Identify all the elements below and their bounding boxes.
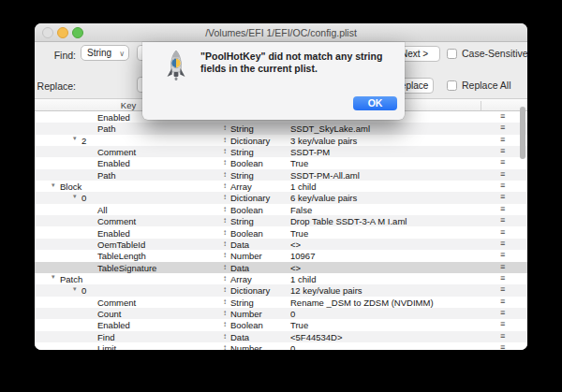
row-key[interactable]: Path (97, 170, 116, 181)
row-drag-handle-icon[interactable]: ≡ (500, 284, 505, 294)
row-drag-handle-icon[interactable]: ≡ (500, 227, 505, 237)
row-value[interactable]: <> (290, 263, 301, 273)
replace-all-checkbox[interactable] (447, 80, 457, 91)
row-drag-handle-icon[interactable]: ≡ (500, 111, 505, 121)
table-row[interactable]: ▾2↕Dictionary3 key/value pairs≡ (35, 135, 527, 146)
table-row[interactable]: Enabled↕BooleanTrue≡ (35, 157, 527, 168)
type-menu-arrows-icon[interactable]: ↕ (223, 216, 227, 225)
row-type[interactable]: Boolean (230, 158, 263, 168)
row-key[interactable]: Comment (97, 147, 136, 157)
row-key[interactable]: 2 (81, 136, 86, 146)
row-type[interactable]: Data (230, 263, 249, 273)
ok-button[interactable]: OK (353, 96, 397, 110)
row-drag-handle-icon[interactable]: ≡ (500, 250, 505, 259)
table-row[interactable]: Limit↕Number0≡ (35, 342, 527, 350)
row-key[interactable]: Path (97, 123, 116, 134)
row-type[interactable]: Boolean (230, 205, 263, 215)
table-row[interactable]: Find↕Data<5F44534D>≡ (35, 331, 527, 342)
type-menu-arrows-icon[interactable]: ↕ (223, 263, 227, 271)
row-key[interactable]: Enabled (97, 158, 130, 168)
row-type[interactable]: Dictionary (230, 193, 270, 203)
row-value[interactable]: True (290, 158, 308, 168)
row-value[interactable]: SSDT-PM (290, 147, 330, 157)
table-row[interactable]: Comment↕StringDrop Table SSDT-3-A M I.am… (35, 215, 527, 226)
table-row[interactable]: OemTableId↕Data<>≡ (35, 239, 527, 250)
table-row[interactable]: Enabled↕BooleanTrue≡ (35, 319, 527, 330)
row-drag-handle-icon[interactable]: ≡ (500, 204, 505, 213)
table-row[interactable]: Comment↕StringSSDT-PM≡ (35, 146, 527, 157)
row-value[interactable]: 3 key/value pairs (290, 136, 357, 146)
table-row[interactable]: Path↕StringSSDT-PM-All.aml≡ (35, 169, 527, 181)
row-drag-handle-icon[interactable]: ≡ (500, 319, 505, 328)
type-menu-arrows-icon[interactable]: ↕ (223, 205, 227, 213)
row-key[interactable]: OemTableId (97, 240, 145, 250)
row-type[interactable]: String (230, 170, 254, 181)
disclosure-triangle-icon[interactable]: ▾ (52, 181, 55, 189)
row-key[interactable]: TableSignature (97, 263, 156, 273)
row-drag-handle-icon[interactable]: ≡ (500, 181, 505, 190)
row-value[interactable]: 0 (290, 309, 295, 319)
find-type-dropdown[interactable]: String ∨ (81, 45, 129, 61)
row-drag-handle-icon[interactable]: ≡ (500, 308, 505, 317)
table-row[interactable]: Enabled↕BooleanTrue≡ (35, 227, 527, 239)
row-key[interactable]: Patch (60, 274, 82, 284)
row-type[interactable]: Boolean (230, 228, 263, 239)
row-value[interactable]: 0 (290, 343, 295, 350)
row-value[interactable]: <> (290, 240, 301, 250)
row-drag-handle-icon[interactable]: ≡ (500, 297, 505, 306)
table-row[interactable]: ▾Patch↕Array1 child≡ (35, 273, 527, 284)
row-value[interactable]: 12 key/value pairs (290, 285, 362, 296)
row-value[interactable]: 10967 (290, 251, 315, 261)
vertical-scrollbar[interactable] (519, 103, 526, 350)
title-bar[interactable]: /Volumes/EFI 1/EFI/OC/config.plist (35, 23, 527, 42)
row-drag-handle-icon[interactable]: ≡ (500, 192, 505, 201)
row-type[interactable]: Data (230, 240, 249, 250)
row-key[interactable]: Comment (97, 216, 136, 226)
row-drag-handle-icon[interactable]: ≡ (500, 146, 505, 155)
row-drag-handle-icon[interactable]: ≡ (500, 331, 505, 341)
type-menu-arrows-icon[interactable]: ↕ (223, 123, 227, 132)
row-value[interactable]: SSDT-PM-All.aml (290, 170, 360, 181)
row-type[interactable]: String (230, 123, 254, 134)
type-menu-arrows-icon[interactable]: ↕ (223, 158, 227, 167)
type-menu-arrows-icon[interactable]: ↕ (223, 251, 227, 259)
row-value[interactable]: True (290, 320, 308, 330)
row-key[interactable]: Count (97, 309, 121, 319)
row-key[interactable]: TableLength (97, 251, 146, 261)
disclosure-triangle-icon[interactable]: ▾ (73, 135, 77, 142)
row-type[interactable]: String (230, 216, 254, 226)
row-drag-handle-icon[interactable]: ≡ (500, 123, 505, 132)
row-value[interactable]: SSDT_SkyLake.aml (290, 123, 370, 134)
type-menu-arrows-icon[interactable]: ↕ (223, 285, 227, 294)
row-drag-handle-icon[interactable]: ≡ (500, 239, 505, 248)
row-type[interactable]: String (230, 147, 254, 157)
disclosure-triangle-icon[interactable]: ▾ (52, 273, 55, 281)
column-separator[interactable] (481, 101, 481, 110)
table-row[interactable]: Path↕StringSSDT_SkyLake.aml≡ (35, 123, 527, 134)
row-drag-handle-icon[interactable]: ≡ (500, 157, 505, 167)
row-type[interactable]: Number (230, 343, 262, 350)
row-drag-handle-icon[interactable]: ≡ (500, 342, 505, 350)
row-drag-handle-icon[interactable]: ≡ (500, 215, 505, 225)
type-menu-arrows-icon[interactable]: ↕ (223, 298, 227, 306)
row-value[interactable]: Rename _DSM to ZDSM (NVDIMM) (290, 298, 434, 308)
case-sensitive-checkbox[interactable] (447, 49, 457, 59)
row-drag-handle-icon[interactable]: ≡ (500, 135, 505, 144)
row-value[interactable]: True (290, 228, 308, 239)
row-type[interactable]: Array (230, 274, 252, 284)
row-key[interactable]: Comment (97, 298, 136, 308)
scrollbar-thumb[interactable] (520, 107, 525, 159)
row-key[interactable]: 0 (81, 193, 86, 203)
row-type[interactable]: Data (230, 332, 249, 342)
table-row[interactable]: TableSignature↕Data<>≡ (35, 262, 527, 273)
type-menu-arrows-icon[interactable]: ↕ (223, 136, 227, 144)
row-key[interactable]: Enabled (97, 320, 130, 330)
row-key[interactable]: Enabled (97, 112, 130, 123)
type-menu-arrows-icon[interactable]: ↕ (223, 228, 227, 237)
row-type[interactable]: Number (230, 309, 262, 319)
type-menu-arrows-icon[interactable]: ↕ (223, 309, 227, 317)
row-value[interactable]: 1 child (290, 181, 316, 192)
row-key[interactable]: 0 (81, 285, 86, 296)
row-value[interactable]: Drop Table SSDT-3-A M I.aml (290, 216, 407, 226)
disclosure-triangle-icon[interactable]: ▾ (73, 285, 77, 293)
